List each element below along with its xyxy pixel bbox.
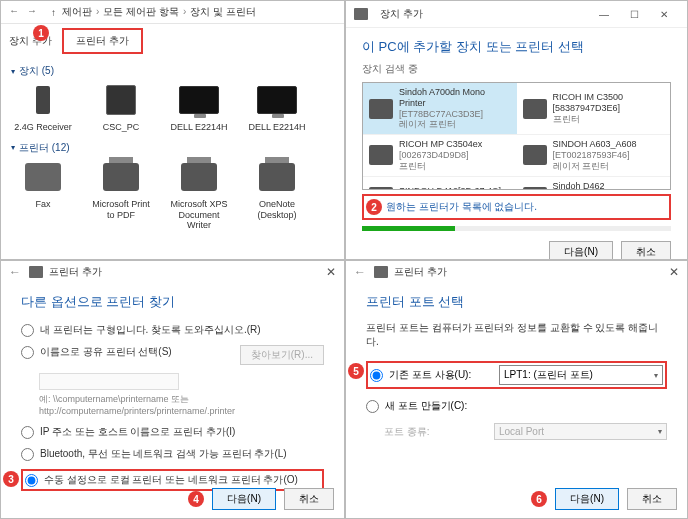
chevron-down-icon: ▾ xyxy=(658,427,662,436)
printer-sub: [ET78BC77AC3D3E] xyxy=(399,109,511,120)
crumb-2[interactable]: 모든 제어판 항목 xyxy=(103,6,179,17)
radio-use-existing[interactable] xyxy=(370,369,383,382)
dialog-body: 다른 옵션으로 프린터 찾기 내 프린터는 구형입니다. 찾도록 도와주십시오.… xyxy=(1,283,344,501)
port-type-row: 포트 종류: Local Port ▾ xyxy=(366,423,667,440)
dialog-description: 프린터 포트는 컴퓨터가 프린터와 정보를 교환할 수 있도록 해줍니다. xyxy=(366,321,667,349)
printer-sub: [002673D4D9D8] xyxy=(399,150,482,161)
device-label: DELL E2214H xyxy=(248,122,305,133)
devices-group-label[interactable]: 장치 (5) xyxy=(11,64,334,78)
port-type-combo: Local Port ▾ xyxy=(494,423,667,440)
printer-icon xyxy=(369,187,393,190)
radio-group: 내 프린터는 구형입니다. 찾도록 도와주십시오.(R) 이름으로 공유 프린터… xyxy=(21,323,324,491)
close-button[interactable]: ✕ xyxy=(669,265,679,279)
titlebar: ← 프린터 추가 ✕ xyxy=(1,261,344,283)
dialog-body: 이 PC에 추가할 장치 또는 프린터 선택 장치 검색 중 Sindoh A7… xyxy=(346,28,687,260)
window-controls: — ☐ ✕ xyxy=(589,5,679,23)
printers-group-label[interactable]: 프린터 (12) xyxy=(11,141,334,155)
printer-list[interactable]: Sindoh A700dn Mono Printer[ET78BC77AC3D3… xyxy=(362,82,671,190)
minimize-button[interactable]: — xyxy=(589,5,619,23)
missing-printer-row: 2 원하는 프린터가 목록에 없습니다. xyxy=(362,194,671,220)
radio-option[interactable]: 내 프린터는 구형입니다. 찾도록 도와주십시오.(R) xyxy=(21,323,324,337)
radio-input[interactable] xyxy=(21,346,34,359)
radio-new-port[interactable] xyxy=(366,400,379,413)
label-use-existing: 기존 포트 사용(U): xyxy=(389,368,499,382)
label-port-type: 포트 종류: xyxy=(384,425,494,439)
device-item[interactable]: DELL E2214H xyxy=(245,82,309,133)
dialog-title: 다른 옵션으로 프린터 찾기 xyxy=(21,293,324,311)
radio-option[interactable]: 이름으로 공유 프린터 선택(S) 찾아보기(R)... xyxy=(21,345,324,365)
printer-icon xyxy=(369,145,393,165)
breadcrumb[interactable]: 제어판›모든 제어판 항목›장치 및 프린터 xyxy=(62,5,256,19)
printer-item[interactable]: Fax xyxy=(11,159,75,231)
maximize-button[interactable]: ☐ xyxy=(619,5,649,23)
back-icon[interactable]: ← xyxy=(9,265,21,279)
printer-icon xyxy=(29,266,43,278)
cancel-button[interactable]: 취소 xyxy=(284,488,334,510)
device-item[interactable]: CSC_PC xyxy=(89,82,153,133)
printer-item[interactable]: Microsoft XPS Document Writer xyxy=(167,159,231,231)
printer-list-item[interactable]: RICOH MP C3504ex[002673D4D9D8]프린터 xyxy=(363,135,517,176)
radio-option[interactable]: IP 주소 또는 호스트 이름으로 프린터 추가(I) xyxy=(21,425,324,439)
printer-list-item[interactable]: RICOH IM C3500 [58387947D3E6]프린터 xyxy=(517,83,671,135)
printer-name: RICOH MP C3504ex xyxy=(399,139,482,150)
port-combo[interactable]: LPT1: (프린터 포트) ▾ xyxy=(499,365,663,385)
radio-input[interactable] xyxy=(21,448,34,461)
devices-row: 2.4G Receiver CSC_PC DELL E2214H DELL E2… xyxy=(11,82,334,133)
up-icon[interactable]: ↑ xyxy=(51,7,56,18)
crumb-1[interactable]: 제어판 xyxy=(62,6,92,17)
radio-input[interactable] xyxy=(21,324,34,337)
close-button[interactable]: ✕ xyxy=(649,5,679,23)
device-label: 2.4G Receiver xyxy=(14,122,72,133)
printer-list-item[interactable]: SINDOH D410[8D:27:4C]프린터 xyxy=(363,177,517,190)
annotation-2: 2 xyxy=(366,199,382,215)
annotation-4: 4 xyxy=(188,491,204,507)
cancel-button[interactable]: 취소 xyxy=(621,241,671,260)
window-title: 프린터 추가 xyxy=(49,265,102,279)
printer-list-item[interactable]: Sindoh A700dn Mono Printer[ET78BC77AC3D3… xyxy=(363,83,517,135)
device-item[interactable]: 2.4G Receiver xyxy=(11,82,75,133)
printer-item[interactable]: Microsoft Print to PDF xyxy=(89,159,153,231)
printer-name: SINDOH D410[8D:27:4C] xyxy=(399,186,501,190)
close-button[interactable]: ✕ xyxy=(326,265,336,279)
dialog-title: 프린터 포트 선택 xyxy=(366,293,667,311)
cancel-button[interactable]: 취소 xyxy=(627,488,677,510)
annotation-5: 5 xyxy=(348,363,364,379)
printer-sub: 레이저 프린터 xyxy=(553,161,637,172)
back-icon[interactable]: ← xyxy=(9,5,23,19)
next-button[interactable]: 다음(N) xyxy=(549,241,613,260)
crumb-3[interactable]: 장치 및 프린터 xyxy=(190,6,256,17)
window-title: 장치 추가 xyxy=(380,7,423,21)
add-printer-link[interactable]: 프린터 추가 xyxy=(62,28,143,54)
dialog-body: 프린터 포트 선택 프린터 포트는 컴퓨터가 프린터와 정보를 교환할 수 있도… xyxy=(346,283,687,460)
label-new-port: 새 포트 만들기(C): xyxy=(385,399,495,413)
annotation-6: 6 xyxy=(531,491,547,507)
share-name-input xyxy=(39,373,179,390)
device-label: CSC_PC xyxy=(103,122,140,133)
printer-item[interactable]: OneNote (Desktop) xyxy=(245,159,309,231)
device-label: Microsoft XPS Document Writer xyxy=(167,199,231,231)
printer-list-item[interactable]: Sindoh D462 [58387968C2C1]프린터 xyxy=(517,177,671,190)
radio-input[interactable] xyxy=(21,426,34,439)
printers-row: Fax Microsoft Print to PDF Microsoft XPS… xyxy=(11,159,334,231)
radio-input[interactable] xyxy=(25,474,38,487)
radio-option[interactable]: Bluetooth, 무선 또는 네트워크 검색 가능 프린터 추가(L) xyxy=(21,447,324,461)
forward-icon[interactable]: → xyxy=(27,5,41,19)
printer-name: SINDOH A603_A608 xyxy=(553,139,637,150)
printer-icon xyxy=(523,145,547,165)
printer-name: Sindoh A700dn Mono Printer xyxy=(399,87,511,109)
printer-icon xyxy=(374,266,388,278)
missing-printer-link[interactable]: 원하는 프린터가 목록에 없습니다. xyxy=(382,198,541,216)
device-label: Fax xyxy=(35,199,50,210)
button-row: 4 다음(N) 취소 xyxy=(188,488,334,510)
printer-list-item[interactable]: SINDOH A603_A608[ET002187593F46]레이저 프린터 xyxy=(517,135,671,176)
printer-sub: 프린터 xyxy=(399,161,482,172)
progress-bar xyxy=(362,226,671,231)
dialog-title: 이 PC에 추가할 장치 또는 프린터 선택 xyxy=(362,38,671,56)
breadcrumb-bar: ← → 1 ↑ 제어판›모든 제어판 항목›장치 및 프린터 xyxy=(1,1,344,24)
next-button[interactable]: 다음(N) xyxy=(555,488,619,510)
device-item[interactable]: DELL E2214H xyxy=(167,82,231,133)
next-button[interactable]: 다음(N) xyxy=(212,488,276,510)
device-label: OneNote (Desktop) xyxy=(245,199,309,221)
back-icon[interactable]: ← xyxy=(354,265,366,279)
radio-label: 수동 설정으로 로컬 프린터 또는 네트워크 프린터 추가(O) xyxy=(44,473,298,487)
